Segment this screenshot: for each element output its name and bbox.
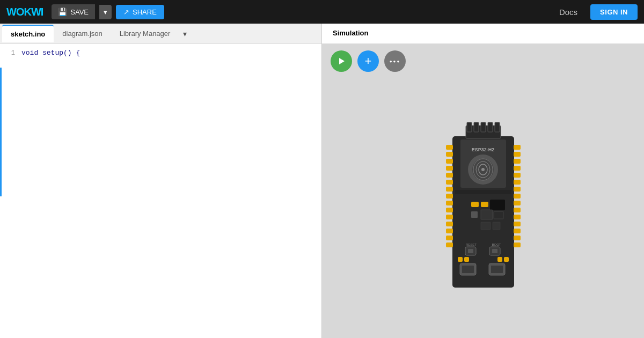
simulation-canvas[interactable]: ESP32-H2 — [322, 78, 644, 338]
svg-rect-12 — [446, 173, 453, 178]
play-button[interactable] — [331, 50, 352, 72]
svg-rect-5 — [481, 122, 486, 132]
svg-rect-35 — [514, 229, 521, 233]
svg-rect-63 — [497, 257, 502, 262]
navbar: WOKWI 💾 SAVE ▾ ↗ SHARE Docs SIGN IN — [0, 0, 644, 24]
signin-button[interactable]: SIGN IN — [590, 4, 638, 20]
svg-marker-0 — [339, 58, 345, 64]
share-label: SHARE — [133, 8, 157, 16]
simulation-header: Simulation — [322, 24, 644, 44]
logo: WOKWI — [6, 6, 43, 18]
svg-rect-48 — [481, 202, 488, 207]
svg-rect-11 — [446, 166, 453, 171]
svg-rect-19 — [446, 222, 453, 226]
svg-rect-15 — [446, 194, 453, 199]
save-dropdown-button[interactable]: ▾ — [99, 5, 112, 19]
svg-rect-54 — [493, 222, 500, 230]
svg-rect-16 — [446, 201, 453, 205]
tab-more-button[interactable]: ▾ — [180, 27, 190, 40]
svg-rect-8 — [446, 145, 453, 150]
svg-point-45 — [481, 168, 485, 171]
play-icon — [337, 57, 346, 65]
board-wrapper: ESP32-H2 — [442, 121, 525, 295]
svg-rect-10 — [446, 159, 453, 164]
svg-rect-37 — [514, 243, 521, 247]
svg-text:BOOT: BOOT — [492, 243, 501, 246]
svg-rect-61 — [458, 257, 463, 262]
svg-rect-62 — [464, 257, 469, 262]
simulation-toolbar: + ●●● — [322, 44, 644, 78]
svg-rect-7 — [495, 122, 500, 132]
add-icon: + — [365, 55, 372, 67]
svg-rect-6 — [488, 122, 493, 132]
tab-diagram[interactable]: diagram.json — [54, 25, 111, 42]
svg-rect-26 — [514, 166, 521, 171]
svg-rect-58 — [468, 249, 473, 253]
svg-rect-17 — [446, 208, 453, 212]
svg-rect-32 — [514, 208, 521, 212]
svg-rect-24 — [514, 152, 521, 157]
svg-rect-29 — [514, 187, 521, 192]
svg-rect-28 — [514, 180, 521, 185]
svg-rect-50 — [471, 211, 478, 218]
svg-rect-20 — [446, 229, 453, 233]
svg-rect-13 — [446, 180, 453, 185]
editor-panel: sketch.ino diagram.json Library Manager … — [0, 24, 322, 338]
svg-rect-52 — [494, 211, 503, 219]
svg-rect-27 — [514, 173, 521, 178]
svg-rect-21 — [446, 236, 453, 240]
save-button[interactable]: 💾 SAVE — [52, 4, 95, 19]
active-line-indicator — [0, 68, 2, 196]
main-layout: sketch.ino diagram.json Library Manager … — [0, 24, 644, 338]
tabs-bar: sketch.ino diagram.json Library Manager … — [0, 24, 321, 44]
add-component-button[interactable]: + — [357, 50, 379, 72]
esp32-board: ESP32-H2 — [442, 121, 525, 293]
svg-rect-22 — [446, 243, 453, 247]
svg-text:ESP32-H2: ESP32-H2 — [471, 147, 494, 152]
tab-sketch[interactable]: sketch.ino — [2, 25, 54, 42]
svg-rect-53 — [481, 222, 491, 230]
docs-link[interactable]: Docs — [559, 8, 577, 17]
svg-rect-49 — [490, 200, 505, 210]
svg-rect-60 — [492, 249, 497, 253]
simulation-panel: Simulation + ●●● — [322, 24, 644, 338]
code-line-1: 1 void setup() { — [0, 48, 321, 57]
svg-rect-23 — [514, 145, 521, 150]
svg-rect-51 — [481, 210, 493, 219]
svg-text:RESET: RESET — [465, 243, 476, 246]
svg-rect-14 — [446, 187, 453, 192]
svg-rect-30 — [514, 194, 521, 199]
svg-rect-68 — [491, 266, 503, 273]
svg-rect-34 — [514, 222, 521, 226]
svg-rect-9 — [446, 152, 453, 157]
more-icon: ●●● — [390, 59, 401, 64]
svg-rect-25 — [514, 159, 521, 164]
svg-rect-36 — [514, 236, 521, 240]
svg-rect-3 — [467, 122, 472, 132]
line-number-1: 1 — [0, 49, 21, 57]
svg-rect-4 — [474, 122, 479, 132]
svg-rect-64 — [504, 257, 509, 262]
svg-rect-46 — [455, 190, 511, 194]
svg-rect-18 — [446, 215, 453, 219]
svg-rect-66 — [462, 266, 474, 273]
svg-rect-33 — [514, 215, 521, 219]
save-icon: 💾 — [58, 8, 67, 16]
code-editor[interactable]: 1 void setup() { — [0, 44, 321, 338]
simulation-tab[interactable]: Simulation — [322, 25, 379, 42]
tab-library[interactable]: Library Manager — [111, 25, 179, 42]
share-icon: ↗ — [123, 8, 129, 16]
svg-rect-47 — [471, 202, 479, 207]
save-label: SAVE — [70, 8, 89, 16]
logo-text: WOKWI — [6, 6, 43, 18]
more-options-button[interactable]: ●●● — [384, 50, 406, 72]
share-button[interactable]: ↗ SHARE — [116, 5, 164, 19]
svg-rect-31 — [514, 201, 521, 205]
code-content-1: void setup() { — [21, 49, 80, 57]
